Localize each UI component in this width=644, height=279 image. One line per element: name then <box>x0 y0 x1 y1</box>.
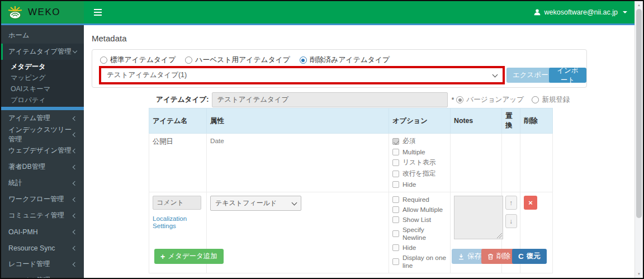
sidebar-item-label: ワークフロー管理 <box>8 195 64 204</box>
itemtype-name-input[interactable] <box>212 92 448 107</box>
sidebar-item-resource-sync[interactable]: Resource Sync <box>1 240 84 256</box>
plus-icon: + <box>160 253 165 261</box>
checkbox-show-list[interactable]: Show List <box>392 216 447 224</box>
radio-icon <box>100 56 107 64</box>
radio-icon-checked <box>300 56 307 64</box>
checkbox-icon <box>392 206 399 213</box>
attribute-type-value: テキストフィールド <box>215 198 277 208</box>
chevron-left-icon <box>73 245 77 250</box>
sidebar-item-oai-pmh[interactable]: OAI-PMH <box>1 224 84 240</box>
sidebar-item-workflow[interactable]: ワークフロー管理 <box>1 191 84 207</box>
localization-settings-link[interactable]: Localization Settings <box>153 215 203 229</box>
chevron-down-icon <box>493 72 498 77</box>
user-icon <box>533 8 541 16</box>
chevron-left-icon <box>73 148 77 153</box>
sidebar-item-home[interactable]: ホーム <box>1 27 84 44</box>
radio-new-registration[interactable]: 新規登録 <box>532 95 570 105</box>
scrollbar-thumb[interactable] <box>636 9 642 218</box>
checkbox-hide[interactable]: Hide <box>392 244 447 252</box>
checkbox-label: Allow Multiple <box>402 206 443 214</box>
attribute-cell: Date <box>207 134 389 192</box>
sidebar-item-label: 統計 <box>8 178 22 188</box>
checkbox-icon <box>392 216 399 223</box>
scrollbar-up-arrow[interactable]: ▲ <box>635 3 643 7</box>
restore-button[interactable]: C 復元 <box>512 249 547 264</box>
checkbox-allow-multiple[interactable]: Allow Multiple <box>392 206 447 214</box>
submenu-item-mapping[interactable]: マッピング <box>1 72 84 83</box>
import-button[interactable]: インポート <box>549 68 586 83</box>
sidebar-item-web-design[interactable]: ウェブデザイン管理 <box>1 143 84 159</box>
sidebar-item-author-db[interactable]: 著者DB管理 <box>1 159 84 175</box>
sidebar: ホーム アイテムタイプ管理 メタデータ マッピング OAIスキーマ プロパティ … <box>1 25 84 278</box>
attribute-type-select[interactable]: テキストフィールド <box>210 196 301 211</box>
options-cell: Required Allow Multiple Show List Specif… <box>389 192 451 273</box>
checkbox-label: 必須 <box>402 137 416 146</box>
itemtype-name-form: アイテムタイプ: * バージョンアップ 新規登録 <box>156 92 570 107</box>
chevron-left-icon <box>73 197 77 201</box>
checkbox-specify-newline[interactable]: 改行を指定 <box>392 169 447 178</box>
brand-name: WEKO <box>28 7 60 18</box>
itemtype-name-label: アイテムタイプ: <box>156 95 209 105</box>
refresh-icon: C <box>518 253 524 261</box>
submenu-item-metadata[interactable]: メタデータ <box>1 61 84 72</box>
scrollbar-down-arrow[interactable]: ▼ <box>635 272 643 276</box>
chevron-left-icon <box>73 116 77 120</box>
checkbox-icon <box>392 159 399 166</box>
delete-row-button[interactable]: × <box>524 196 537 210</box>
radio-label: 新規登録 <box>542 95 570 105</box>
sidebar-item-label: コミュニティ管理 <box>8 211 64 220</box>
sidebar-item-label: アイテム管理 <box>8 114 50 123</box>
sidebar-item-label: ホーム <box>8 31 29 40</box>
add-metadata-button[interactable]: + メタデータ追加 <box>154 249 224 264</box>
notes-textarea[interactable] <box>454 196 503 239</box>
options-cell: 必須 Multiple リスト表示 改行を指定 Hide <box>389 134 451 192</box>
move-down-button[interactable]: ↓ <box>505 214 517 228</box>
col-header-notes: Notes <box>451 108 502 134</box>
radio-standard-itemtype[interactable]: 標準アイテムタイプ <box>100 55 176 65</box>
checkbox-icon <box>392 196 399 203</box>
checkbox-specify-newline[interactable]: Specify Newline <box>392 226 447 242</box>
checkbox-label: 改行を指定 <box>402 169 435 178</box>
item-name-input[interactable] <box>153 196 201 210</box>
itemtype-filter-radios: 標準アイテムタイプ ハーベスト用アイテムタイプ 削除済みアイテムタイプ <box>100 55 390 65</box>
required-asterisk: * <box>451 96 454 104</box>
checkbox-label: Hide <box>402 244 416 252</box>
radio-harvest-itemtype[interactable]: ハーベスト用アイテムタイプ <box>185 55 290 65</box>
checkbox-hide[interactable]: Hide <box>392 181 447 188</box>
sidebar-item-label: インデックスツリー管理 <box>8 125 73 144</box>
checkbox-required[interactable]: Required <box>392 196 447 204</box>
checkbox-label: Required <box>402 196 429 204</box>
radio-icon <box>185 56 192 64</box>
sidebar-item-statistics[interactable]: 統計 <box>1 175 84 191</box>
radio-icon <box>532 96 539 103</box>
sidebar-item-item-management[interactable]: アイテム管理 <box>1 110 84 126</box>
move-up-button[interactable]: ↑ <box>505 196 517 210</box>
sidebar-item-record-management[interactable]: レコード管理 <box>1 256 84 272</box>
user-menu[interactable]: wekosoftware@nii.ac.jp <box>533 1 635 23</box>
checkbox-display-one-line[interactable]: Display on one line <box>392 254 447 269</box>
chevron-left-icon <box>73 181 77 185</box>
submenu-item-oai-schema[interactable]: OAIスキーマ <box>1 83 84 94</box>
submenu-item-property[interactable]: プロパティ <box>1 94 84 106</box>
checkbox-required[interactable]: 必須 <box>392 137 447 146</box>
sidebar-item-file-management[interactable]: ファイル管理 <box>1 272 84 279</box>
radio-version-up[interactable]: バージョンアップ <box>456 95 524 105</box>
brand-logo[interactable]: WEKO <box>1 1 84 23</box>
hamburger-menu-icon[interactable] <box>84 1 112 23</box>
col-header-item-name: アイテム名 <box>149 108 207 134</box>
highlight-red-border: テストアイテムタイプ(1) <box>99 66 505 84</box>
sidebar-item-label: Resource Sync <box>8 244 55 252</box>
sidebar-item-itemtype-management[interactable]: アイテムタイプ管理 <box>1 44 84 60</box>
itemtype-select[interactable]: テストアイテムタイプ(1) <box>101 68 503 82</box>
radio-label: バージョンアップ <box>466 95 524 105</box>
sidebar-item-index-tree[interactable]: インデックスツリー管理 <box>1 126 84 143</box>
checkbox-multiple[interactable]: Multiple <box>392 148 447 156</box>
checkbox-label: リスト表示 <box>402 158 436 167</box>
delete-button[interactable]: 削除 <box>481 249 517 264</box>
checkbox-show-list[interactable]: リスト表示 <box>392 158 447 167</box>
chevron-left-icon <box>73 164 77 169</box>
chevron-left-icon <box>73 213 77 217</box>
radio-deleted-itemtype[interactable]: 削除済みアイテムタイプ <box>300 55 390 65</box>
sidebar-item-community[interactable]: コミュニティ管理 <box>1 207 84 224</box>
itemtype-submenu: メタデータ マッピング OAIスキーマ プロパティ <box>1 60 84 107</box>
